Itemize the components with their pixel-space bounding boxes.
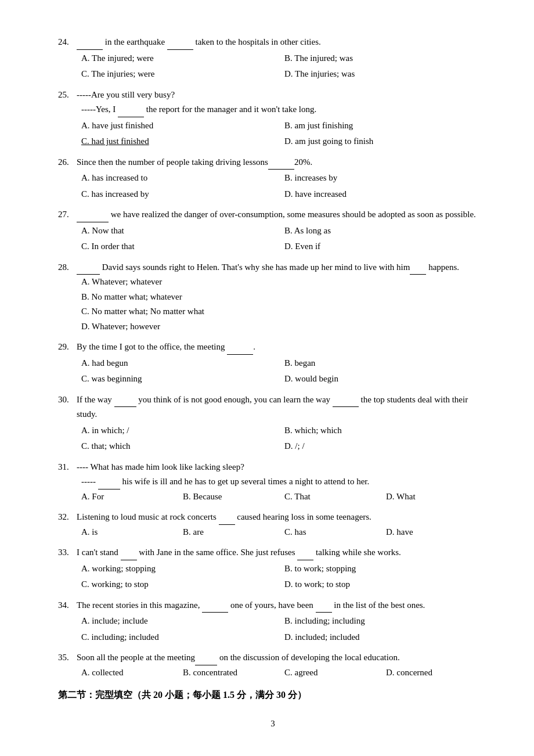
- q25-option-b: B. am just finishing: [284, 118, 488, 134]
- q27-option-a: A. Now that: [81, 224, 284, 239]
- question-31: 31. ---- What has made him look like lac…: [58, 460, 488, 505]
- q32-option-d: D. have: [386, 525, 488, 540]
- q26-options: A. has increased to B. increases by: [81, 171, 488, 186]
- q35-number: 35.: [58, 650, 77, 665]
- q34-number: 34.: [58, 598, 77, 613]
- q24-options-row2: C. The injuries; were D. The injuries; w…: [81, 67, 488, 82]
- q25-subtext: -----Yes, I the report for the manager a…: [81, 102, 488, 117]
- q29-option-b: B. began: [284, 356, 488, 371]
- q26-option-c: C. has increased by: [81, 187, 284, 202]
- q31-number: 31.: [58, 460, 77, 475]
- question-35: 35. Soon all the people at the meeting o…: [58, 650, 488, 680]
- q28-text: David says sounds right to Helen. That's…: [77, 260, 488, 275]
- q24-text: in the earthquake taken to the hospitals…: [77, 35, 488, 50]
- q25-text: -----Are you still very busy?: [77, 88, 488, 103]
- q24-option-a: A. The injured; were: [81, 51, 284, 66]
- q26-options-row2: C. has increased by D. have increased: [81, 187, 488, 202]
- q32-option-b: B. are: [183, 525, 284, 540]
- question-33: 33. I can't stand with Jane in the same …: [58, 545, 488, 592]
- q29-options-row2: C. was beginning D. would begin: [81, 372, 488, 387]
- q30-options: A. in which; / B. which; which: [81, 423, 488, 438]
- question-28: 28. David says sounds right to Helen. Th…: [58, 260, 488, 334]
- q30-text: If the way you think of is not good enou…: [77, 393, 488, 422]
- q31-option-b: B. Because: [183, 489, 284, 505]
- q29-option-d: D. would begin: [284, 372, 488, 387]
- q26-option-a: A. has increased to: [81, 171, 284, 186]
- question-25: 25. -----Are you still very busy? -----Y…: [58, 88, 488, 149]
- q35-option-d: D. concerned: [386, 665, 488, 681]
- q35-option-b: B. concentrated: [183, 665, 284, 681]
- q35-options: A. collected B. concentrated C. agreed D…: [81, 665, 488, 681]
- question-27: 27. we have realized the danger of over-…: [58, 207, 488, 254]
- q25-option-c: C. had just finished: [81, 134, 284, 149]
- question-26: 26. Since then the number of people taki…: [58, 155, 488, 202]
- q35-text: Soon all the people at the meeting on th…: [77, 650, 488, 665]
- q25-number: 25.: [58, 88, 77, 103]
- q30-number: 30.: [58, 393, 77, 408]
- question-24: 24. in the earthquake taken to the hospi…: [58, 35, 488, 82]
- q29-number: 29.: [58, 340, 77, 355]
- q33-options: A. working; stopping B. to work; stoppin…: [81, 561, 488, 577]
- q26-text: Since then the number of people taking d…: [77, 155, 488, 170]
- q26-option-d: D. have increased: [284, 187, 488, 202]
- q32-option-a: A. is: [81, 525, 183, 540]
- q34-options: A. include; include B. including; includ…: [81, 614, 488, 629]
- page-number: 3: [58, 719, 488, 729]
- q29-text: By the time I got to the office, the mee…: [77, 340, 488, 355]
- q30-option-b: B. which; which: [284, 423, 488, 438]
- q28-option-b: B. No matter what; whatever: [81, 290, 488, 305]
- q28-number: 28.: [58, 260, 77, 275]
- q31-text: ---- What has made him look like lacking…: [77, 460, 488, 475]
- q26-option-b: B. increases by: [284, 171, 488, 186]
- question-34: 34. The recent stories in this magazine,…: [58, 598, 488, 645]
- q33-option-d: D. to work; to stop: [284, 577, 488, 592]
- q34-text: The recent stories in this magazine, one…: [77, 598, 488, 613]
- q35-option-c: C. agreed: [284, 665, 386, 681]
- q33-number: 33.: [58, 545, 77, 560]
- q27-options: A. Now that B. As long as: [81, 224, 488, 239]
- q29-option-a: A. had begun: [81, 356, 284, 371]
- question-29: 29. By the time I got to the office, the…: [58, 340, 488, 387]
- q31-option-a: A. For: [81, 489, 183, 505]
- q33-option-b: B. to work; stopping: [284, 561, 488, 577]
- q32-text: Listening to loud music at rock concerts…: [77, 510, 488, 525]
- q27-number: 27.: [58, 207, 77, 222]
- q28-options: A. Whatever; whatever B. No matter what;…: [81, 275, 488, 334]
- question-30: 30. If the way you think of is not good …: [58, 393, 488, 454]
- q31-options: A. For B. Because C. That D. What: [81, 489, 488, 505]
- q32-options: A. is B. are C. has D. have: [81, 525, 488, 540]
- q28-option-a: A. Whatever; whatever: [81, 275, 488, 290]
- q35-option-a: A. collected: [81, 665, 183, 681]
- q32-option-c: C. has: [284, 525, 386, 540]
- q30-option-a: A. in which; /: [81, 423, 284, 438]
- q27-option-b: B. As long as: [284, 224, 488, 239]
- q29-options: A. had begun B. began: [81, 356, 488, 371]
- q25-options: A. have just finished B. am just finishi…: [81, 118, 488, 134]
- q34-option-c: C. including; included: [81, 630, 284, 645]
- q25-option-a: A. have just finished: [81, 118, 284, 134]
- q28-option-c: C. No matter what; No matter what: [81, 304, 488, 319]
- q27-option-d: D. Even if: [284, 239, 488, 254]
- q33-option-c: C. working; to stop: [81, 577, 284, 592]
- q31-option-c: C. That: [284, 489, 386, 505]
- q31-subtext: ----- his wife is ill and he has to get …: [81, 474, 488, 489]
- q33-text: I can't stand with Jane in the same offi…: [77, 545, 488, 560]
- q27-option-c: C. In order that: [81, 239, 284, 254]
- q27-text: we have realized the danger of over-cons…: [77, 207, 488, 222]
- section-title: 第二节：完型填空（共 20 小题；每小题 1.5 分，满分 30 分）: [58, 689, 488, 701]
- q24-option-d: D. The injuries; was: [284, 67, 488, 82]
- q34-option-a: A. include; include: [81, 614, 284, 629]
- q27-options-row2: C. In order that D. Even if: [81, 239, 488, 254]
- q24-option-b: B. The injured; was: [284, 51, 488, 66]
- q28-option-d: D. Whatever; however: [81, 319, 488, 334]
- q34-option-b: B. including; including: [284, 614, 488, 629]
- q34-option-d: D. included; included: [284, 630, 488, 645]
- q30-option-d: D. /; /: [284, 439, 488, 454]
- q32-number: 32.: [58, 510, 77, 525]
- q33-options-row2: C. working; to stop D. to work; to stop: [81, 577, 488, 592]
- question-32: 32. Listening to loud music at rock conc…: [58, 510, 488, 539]
- q24-number: 24.: [58, 35, 77, 50]
- q24-option-c: C. The injuries; were: [81, 67, 284, 82]
- q26-number: 26.: [58, 155, 77, 170]
- q29-option-c: C. was beginning: [81, 372, 284, 387]
